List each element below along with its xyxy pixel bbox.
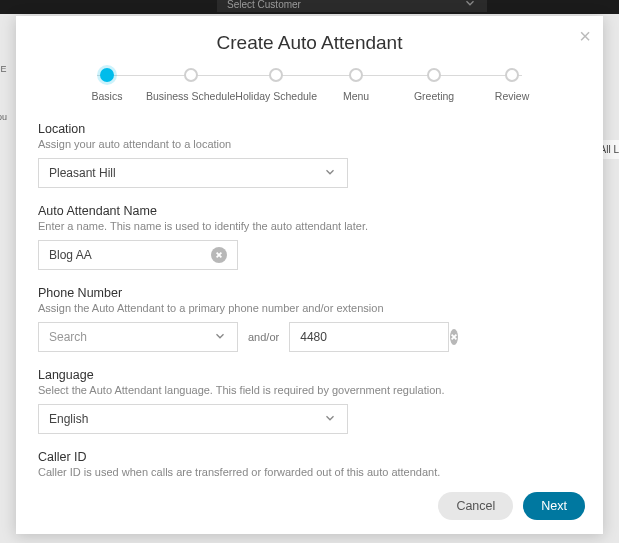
step-label: Holiday Schedule	[235, 90, 317, 102]
phone-number-placeholder: Search	[49, 330, 87, 344]
chevron-down-icon	[323, 411, 337, 428]
clear-icon[interactable]	[450, 329, 458, 345]
field-title: Phone Number	[38, 286, 581, 300]
extension-input-wrap	[289, 322, 449, 352]
create-auto-attendant-modal: × Create Auto Attendant Basics Business …	[16, 16, 603, 534]
phone-field: Phone Number Assign the Auto Attendant t…	[38, 286, 581, 352]
step-label: Review	[495, 90, 529, 102]
step-review[interactable]: Review	[473, 68, 551, 102]
step-label: Basics	[92, 90, 123, 102]
language-field: Language Select the Auto Attendant langu…	[38, 368, 581, 434]
close-icon[interactable]: ×	[579, 26, 591, 46]
name-field: Auto Attendant Name Enter a name. This n…	[38, 204, 581, 270]
modal-title: Create Auto Attendant	[16, 16, 603, 68]
step-dot-icon	[100, 68, 114, 82]
location-field: Location Assign your auto attendant to a…	[38, 122, 581, 188]
field-title: Caller ID	[38, 450, 581, 464]
phone-number-select[interactable]: Search	[38, 322, 238, 352]
clear-icon[interactable]	[211, 247, 227, 263]
andor-label: and/or	[248, 331, 279, 343]
wizard-stepper: Basics Business Schedule Holiday Schedul…	[68, 68, 551, 102]
caller-id-field: Caller ID Caller ID is used when calls a…	[38, 450, 581, 484]
step-dot-icon	[505, 68, 519, 82]
field-desc: Caller ID is used when calls are transfe…	[38, 466, 581, 478]
stepper-line	[97, 75, 522, 76]
step-holiday-schedule[interactable]: Holiday Schedule	[235, 68, 317, 102]
field-title: Language	[38, 368, 581, 382]
step-business-schedule[interactable]: Business Schedule	[146, 68, 235, 102]
location-value: Pleasant Hill	[49, 166, 116, 180]
name-input-wrap	[38, 240, 238, 270]
field-desc: Assign your auto attendant to a location	[38, 138, 581, 150]
step-greeting[interactable]: Greeting	[395, 68, 473, 102]
language-select[interactable]: English	[38, 404, 348, 434]
next-button[interactable]: Next	[523, 492, 585, 520]
step-menu[interactable]: Menu	[317, 68, 395, 102]
step-dot-icon	[269, 68, 283, 82]
name-input[interactable]	[49, 248, 211, 262]
customer-selector[interactable]: Select Customer	[217, 0, 487, 12]
chevron-down-icon	[213, 329, 227, 346]
step-label: Menu	[343, 90, 369, 102]
step-dot-icon	[349, 68, 363, 82]
chevron-down-icon	[463, 0, 477, 14]
field-title: Location	[38, 122, 581, 136]
field-title: Auto Attendant Name	[38, 204, 581, 218]
step-dot-icon	[427, 68, 441, 82]
step-label: Greeting	[414, 90, 454, 102]
step-label: Business Schedule	[146, 90, 235, 102]
modal-footer: Cancel Next	[16, 484, 603, 534]
customer-selector-label: Select Customer	[227, 0, 301, 12]
location-select[interactable]: Pleasant Hill	[38, 158, 348, 188]
cancel-button[interactable]: Cancel	[438, 492, 513, 520]
field-desc: Enter a name. This name is used to ident…	[38, 220, 581, 232]
step-basics[interactable]: Basics	[68, 68, 146, 102]
field-desc: Select the Auto Attendant language. This…	[38, 384, 581, 396]
field-desc: Assign the Auto Attendant to a primary p…	[38, 302, 581, 314]
step-dot-icon	[184, 68, 198, 82]
modal-body: Location Assign your auto attendant to a…	[16, 104, 603, 484]
chevron-down-icon	[323, 165, 337, 182]
bg-left-text: DE rou	[0, 60, 7, 126]
language-value: English	[49, 412, 88, 426]
extension-input[interactable]	[300, 330, 450, 344]
